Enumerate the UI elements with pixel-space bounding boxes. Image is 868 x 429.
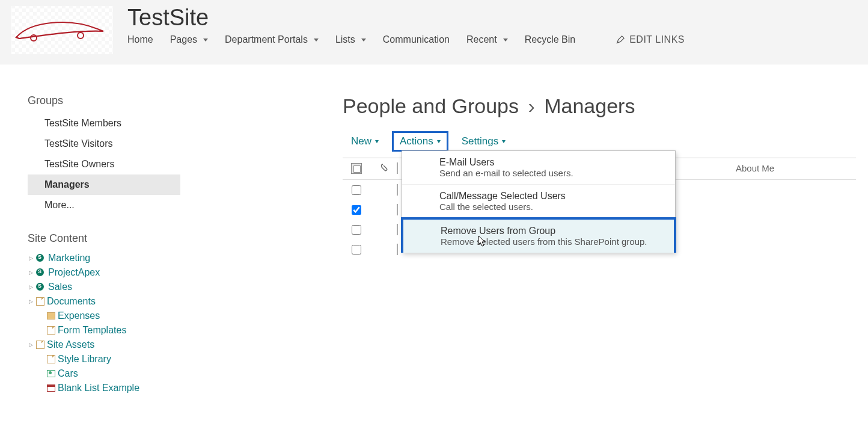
chevron-down-icon bbox=[502, 140, 506, 143]
group-item-more[interactable]: More... bbox=[28, 195, 180, 215]
toolbar-actions[interactable]: Actions bbox=[392, 131, 448, 152]
svg-point-1 bbox=[78, 32, 84, 39]
nav-label: Recycle Bin bbox=[525, 34, 575, 45]
dropdown-item-desc: Remove selected users from this SharePoi… bbox=[441, 236, 664, 247]
sc-item-expenses[interactable]: Expenses bbox=[28, 309, 180, 323]
toolbar-label: New bbox=[351, 135, 371, 147]
chevron-down-icon bbox=[361, 39, 366, 42]
nav-lists[interactable]: Lists bbox=[335, 34, 366, 45]
dropdown-item-title: Call/Message Selected Users bbox=[439, 191, 665, 202]
group-item-managers[interactable]: Managers bbox=[28, 174, 180, 195]
nav-label: Pages bbox=[170, 34, 197, 45]
row-checkbox[interactable] bbox=[352, 185, 361, 195]
breadcrumb-current: Managers bbox=[544, 94, 635, 117]
chevron-down-icon bbox=[375, 140, 379, 143]
site-header: TestSite Home Pages Department Portals L… bbox=[0, 0, 868, 64]
edit-links-button[interactable]: EDIT LINKS bbox=[616, 34, 685, 45]
site-title[interactable]: TestSite bbox=[127, 5, 685, 31]
nav-communication[interactable]: Communication bbox=[383, 34, 450, 45]
dropdown-item-desc: Send an e-mail to selected users. bbox=[439, 168, 665, 178]
expand-icon[interactable]: ▷ bbox=[28, 298, 34, 304]
chevron-down-icon bbox=[503, 39, 508, 42]
expand-icon[interactable]: ▷ bbox=[28, 342, 34, 348]
sc-label: Site Assets bbox=[47, 339, 94, 350]
sc-label: Style Library bbox=[58, 354, 111, 365]
sc-item-site-assets[interactable]: ▷Site Assets bbox=[28, 338, 180, 352]
photo-column-icon[interactable] bbox=[397, 162, 398, 174]
nav-department-portals[interactable]: Department Portals bbox=[225, 34, 319, 45]
dropdown-item-title: Remove Users from Group bbox=[441, 226, 664, 236]
sc-label: Sales bbox=[48, 282, 72, 292]
sc-label: Marketing bbox=[48, 253, 90, 264]
groups-list: TestSite Members TestSite Visitors TestS… bbox=[28, 113, 180, 215]
user-photo-placeholder bbox=[397, 224, 398, 235]
sc-item-sales[interactable]: ▷Sales bbox=[28, 280, 180, 294]
svg-point-0 bbox=[31, 35, 37, 41]
sc-label: Expenses bbox=[58, 310, 100, 321]
site-content-list: ▷Marketing ▷ProjectApex ▷Sales ▷Document… bbox=[28, 251, 180, 395]
group-item-members[interactable]: TestSite Members bbox=[28, 113, 180, 134]
sc-item-style-library[interactable]: Style Library bbox=[28, 352, 180, 366]
actions-dropdown: E-Mail Users Send an e-mail to selected … bbox=[402, 150, 676, 252]
dropdown-item-title: E-Mail Users bbox=[439, 157, 665, 168]
document-library-icon bbox=[47, 355, 55, 363]
pencil-icon bbox=[616, 35, 625, 44]
sc-item-blank-list[interactable]: Blank List Example bbox=[28, 381, 180, 395]
sc-label: ProjectApex bbox=[48, 267, 100, 278]
list-icon bbox=[47, 384, 55, 392]
site-content-heading: Site Content bbox=[28, 232, 180, 245]
row-checkbox[interactable] bbox=[352, 205, 361, 215]
column-about-me[interactable]: About Me bbox=[736, 163, 856, 174]
action-remove-users[interactable]: Remove Users from Group Remove selected … bbox=[401, 217, 676, 253]
action-email-users[interactable]: E-Mail Users Send an e-mail to selected … bbox=[402, 151, 675, 185]
dropdown-item-desc: Call the selected users. bbox=[439, 202, 665, 212]
expand-icon[interactable]: ▷ bbox=[28, 270, 34, 276]
document-library-icon bbox=[47, 326, 55, 335]
attachment-column-icon[interactable] bbox=[379, 163, 388, 174]
breadcrumb-root[interactable]: People and Groups bbox=[343, 94, 519, 117]
sc-item-form-templates[interactable]: Form Templates bbox=[28, 323, 180, 338]
sc-item-documents[interactable]: ▷Documents bbox=[28, 294, 180, 309]
row-checkbox[interactable] bbox=[352, 245, 361, 255]
site-logo[interactable] bbox=[11, 6, 113, 54]
expand-icon[interactable]: ▷ bbox=[28, 255, 34, 261]
nav-pages[interactable]: Pages bbox=[170, 34, 208, 45]
nav-label: Home bbox=[127, 34, 153, 45]
nav-label: Lists bbox=[335, 34, 355, 45]
nav-recycle-bin[interactable]: Recycle Bin bbox=[525, 34, 575, 45]
toolbar-settings[interactable]: Settings bbox=[462, 135, 506, 147]
nav-home[interactable]: Home bbox=[127, 34, 153, 45]
row-checkbox[interactable] bbox=[352, 225, 361, 235]
nav-label: Communication bbox=[383, 34, 450, 45]
left-sidebar: Groups TestSite Members TestSite Visitor… bbox=[0, 94, 180, 395]
chevron-down-icon bbox=[314, 39, 319, 42]
picture-library-icon bbox=[47, 370, 55, 377]
expand-icon[interactable]: ▷ bbox=[28, 284, 34, 290]
nav-recent[interactable]: Recent bbox=[466, 34, 508, 45]
document-library-icon bbox=[36, 341, 44, 349]
sharepoint-site-icon bbox=[36, 268, 46, 277]
action-call-users[interactable]: Call/Message Selected Users Call the sel… bbox=[402, 185, 675, 218]
user-photo-placeholder bbox=[397, 244, 398, 255]
sc-label: Cars bbox=[58, 368, 78, 379]
sharepoint-site-icon bbox=[36, 283, 46, 291]
group-item-visitors[interactable]: TestSite Visitors bbox=[28, 134, 180, 154]
document-library-icon bbox=[36, 297, 44, 306]
sharepoint-site-icon bbox=[36, 254, 46, 262]
group-item-owners[interactable]: TestSite Owners bbox=[28, 154, 180, 174]
cursor-icon bbox=[477, 235, 489, 248]
user-photo-placeholder bbox=[397, 184, 398, 196]
sc-label: Form Templates bbox=[58, 325, 126, 336]
select-all-icon[interactable] bbox=[351, 163, 362, 174]
sc-item-marketing[interactable]: ▷Marketing bbox=[28, 251, 180, 265]
toolbar-label: Actions bbox=[400, 135, 433, 147]
groups-heading: Groups bbox=[28, 94, 180, 107]
nav-label: Recent bbox=[466, 34, 497, 45]
breadcrumb-separator-icon: › bbox=[528, 94, 534, 117]
user-photo-placeholder bbox=[397, 204, 398, 215]
chevron-down-icon bbox=[437, 140, 441, 143]
toolbar-new[interactable]: New bbox=[351, 135, 379, 147]
top-navigation: Home Pages Department Portals Lists Comm… bbox=[127, 34, 685, 45]
sc-item-cars[interactable]: Cars bbox=[28, 366, 180, 381]
sc-item-projectapex[interactable]: ▷ProjectApex bbox=[28, 265, 180, 280]
